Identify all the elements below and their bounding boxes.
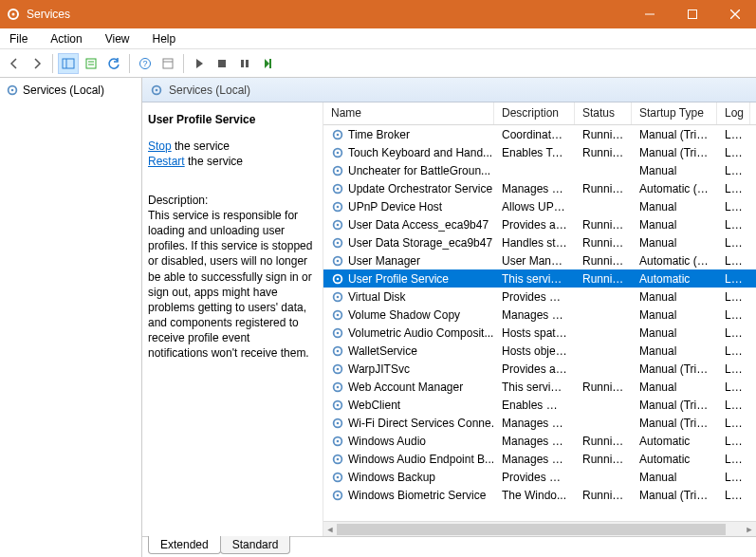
table-row[interactable]: Volumetric Audio Composit...Hosts spatia… [323, 324, 756, 342]
menu-action[interactable]: Action [45, 30, 87, 47]
table-row[interactable]: Windows Audio Endpoint B...Manages au...… [323, 450, 756, 468]
cell-status: Running [575, 146, 632, 159]
cell-description: Handles sto... [494, 236, 575, 250]
cell-log-on-as: Loc [717, 164, 750, 177]
table-row[interactable]: Touch Keyboard and Hand...Enables Tou...… [323, 143, 756, 161]
cell-description: Manages au... [494, 453, 575, 466]
table-row[interactable]: Web Account ManagerThis service ...Runni… [323, 378, 756, 396]
header-strip-title: Services (Local) [169, 84, 250, 97]
tree-root-services[interactable]: Services (Local) [4, 82, 138, 99]
cell-description: Hosts objec... [494, 344, 575, 358]
tab-extended[interactable]: Extended [148, 536, 221, 554]
cell-status: Running [575, 381, 632, 394]
svg-point-58 [337, 439, 340, 442]
svg-rect-6 [63, 59, 74, 68]
table-row[interactable]: Uncheater for BattleGroun...ManualLoc [323, 161, 756, 179]
horizontal-scrollbar[interactable]: ◄ ► [323, 521, 756, 536]
table-row[interactable]: User Data Access_eca9b47Provides ap...Ru… [323, 215, 756, 233]
tab-standard[interactable]: Standard [220, 536, 291, 554]
restart-service-link[interactable]: Restart [148, 155, 185, 168]
cell-name: Touch Keyboard and Hand... [323, 146, 494, 159]
toolbar: ? [0, 49, 756, 78]
minimize-button[interactable] [628, 0, 671, 28]
table-row[interactable]: User Profile ServiceThis service ...Runn… [323, 269, 756, 288]
menu-view[interactable]: View [100, 30, 136, 47]
table-row[interactable]: WarpJITSvcProvides a JI...Manual (Trig..… [323, 360, 756, 378]
cell-description: Manages W... [494, 182, 575, 195]
gear-icon [150, 84, 163, 97]
app-icon [6, 7, 21, 22]
cell-name: User Data Access_eca9b47 [323, 218, 494, 232]
scrollbar-thumb[interactable] [337, 524, 726, 535]
svg-point-60 [337, 457, 340, 460]
show-hide-tree-button[interactable] [58, 53, 79, 74]
menu-file[interactable]: File [4, 30, 33, 47]
menu-help[interactable]: Help [147, 30, 182, 47]
main-area: Services (Local) Services (Local) User P… [0, 78, 756, 557]
cell-description: Provides a JI... [494, 362, 575, 376]
table-row[interactable]: Windows AudioManages au...RunningAutomat… [323, 432, 756, 450]
table-row[interactable]: Windows Biometric ServiceThe Windo...Run… [323, 486, 756, 504]
detail-title: User Profile Service [148, 112, 313, 127]
gear-icon [331, 128, 344, 141]
table-row[interactable]: Windows BackupProvides Wi...ManualLoc [323, 468, 756, 486]
scroll-right-arrow[interactable]: ► [743, 522, 756, 536]
table-row[interactable]: WebClientEnables Win...Manual (Trig...Lo… [323, 396, 756, 414]
refresh-button[interactable] [103, 53, 124, 74]
col-log-on-as[interactable]: Log [717, 102, 750, 124]
table-row[interactable]: WalletServiceHosts objec...ManualLoc [323, 342, 756, 360]
cell-startup-type: Automatic (T... [632, 254, 717, 268]
list-body[interactable]: Time BrokerCoordinates...RunningManual (… [323, 125, 756, 521]
col-status[interactable]: Status [575, 102, 632, 124]
stop-service-link[interactable]: Stop [148, 139, 172, 153]
export-list-button[interactable] [81, 53, 101, 74]
table-row[interactable]: Update Orchestrator ServiceManages W...R… [323, 179, 756, 197]
desc-body: This service is responsible for loading … [148, 208, 313, 362]
table-row[interactable]: User ManagerUser Manag...RunningAutomati… [323, 251, 756, 269]
table-row[interactable]: Time BrokerCoordinates...RunningManual (… [323, 125, 756, 143]
back-button[interactable] [4, 53, 25, 74]
help-button[interactable]: ? [135, 53, 156, 74]
col-description[interactable]: Description [494, 102, 575, 124]
table-row[interactable]: Virtual DiskProvides m...ManualLoc [323, 288, 756, 306]
cell-name: User Profile Service [323, 272, 494, 286]
table-row[interactable]: User Data Storage_eca9b47Handles sto...R… [323, 233, 756, 251]
cell-description: Manages au... [494, 435, 575, 448]
svg-point-40 [337, 277, 340, 280]
cell-name: Time Broker [323, 128, 494, 141]
svg-rect-18 [269, 59, 271, 68]
svg-point-1 [12, 13, 15, 16]
cell-name: Wi-Fi Direct Services Conne... [323, 417, 494, 430]
gear-icon [331, 146, 344, 159]
scroll-left-arrow[interactable]: ◄ [323, 522, 337, 536]
gear-icon [331, 344, 344, 358]
cell-startup-type: Manual [632, 308, 717, 322]
close-button[interactable] [713, 0, 756, 28]
start-service-button[interactable] [189, 53, 210, 74]
cell-status: Running [575, 489, 632, 502]
properties-button[interactable] [157, 53, 178, 74]
restart-suffix: the service [185, 155, 243, 168]
list-header: Name Description Status Startup Type Log [323, 102, 756, 125]
cell-startup-type: Automatic [632, 435, 717, 448]
col-startup-type[interactable]: Startup Type [632, 102, 717, 124]
gear-icon [331, 254, 344, 268]
svg-text:?: ? [142, 59, 147, 68]
cell-description: This service ... [494, 272, 575, 286]
maximize-button[interactable] [671, 0, 713, 28]
svg-rect-17 [246, 60, 249, 67]
table-row[interactable]: UPnP Device HostAllows UPn...ManualLoc [323, 197, 756, 215]
pause-service-button[interactable] [234, 53, 255, 74]
table-row[interactable]: Wi-Fi Direct Services Conne...Manages co… [323, 414, 756, 432]
table-row[interactable]: Volume Shadow CopyManages an...ManualLoc [323, 306, 756, 324]
svg-point-22 [156, 88, 158, 91]
svg-point-48 [337, 349, 340, 352]
svg-point-20 [11, 89, 14, 92]
restart-service-button[interactable] [257, 53, 278, 74]
cell-log-on-as: Loc [717, 453, 750, 466]
col-name[interactable]: Name [323, 102, 494, 124]
stop-service-button[interactable] [212, 53, 232, 74]
forward-button[interactable] [27, 53, 47, 74]
cell-description: Manages an... [494, 308, 575, 322]
window-title: Services [27, 8, 70, 21]
